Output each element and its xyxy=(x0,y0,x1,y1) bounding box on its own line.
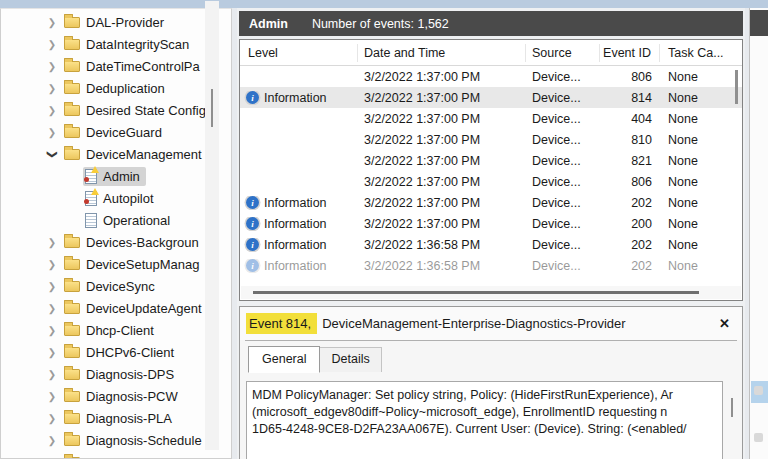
tab-general[interactable]: General xyxy=(248,346,320,373)
cell-source: Device... xyxy=(526,70,600,84)
log-plain-icon xyxy=(85,213,97,228)
event-table: LevelDate and TimeSourceEvent IDTask Ca.… xyxy=(239,39,743,301)
tree-item-deduplication[interactable]: ❯Deduplication xyxy=(1,77,207,99)
tree-item-devicesync[interactable]: ❯DeviceSync xyxy=(1,275,207,297)
chevron-collapsed-icon[interactable]: ❯ xyxy=(45,281,59,292)
window-top-strip xyxy=(0,0,768,8)
folder-icon xyxy=(64,61,80,72)
tree-item-diagnosis-pla[interactable]: ❯Diagnosis-PLA xyxy=(1,407,207,429)
chevron-collapsed-icon[interactable]: ❯ xyxy=(45,369,59,380)
cell-task-category: None xyxy=(660,70,742,84)
folder-icon xyxy=(64,17,80,28)
cell-level: iInformation xyxy=(240,238,358,252)
tree-item-dhcpv6-client[interactable]: ❯DHCPv6-Client xyxy=(1,341,207,363)
tab-details[interactable]: Details xyxy=(320,347,381,372)
description-line: 1D65-4248-9CE8-D2FA23AA067E). Current Us… xyxy=(252,421,720,438)
tree-item-operational[interactable]: Operational xyxy=(1,209,207,231)
actions-pane-sliver xyxy=(749,8,768,459)
tree-item-dataintegrityscan[interactable]: ❯DataIntegrityScan xyxy=(1,33,207,55)
information-icon: i xyxy=(246,91,259,104)
tree-item-devices-backgroun[interactable]: ❯Devices-Backgroun xyxy=(1,231,207,253)
tree-item-deviceupdateagent[interactable]: ❯DeviceUpdateAgent xyxy=(1,297,207,319)
chevron-collapsed-icon[interactable]: ❯ xyxy=(45,39,59,50)
folder-icon xyxy=(64,105,80,116)
table-horizontal-scrollbar[interactable] xyxy=(241,286,741,299)
tree-item-label: DeviceGuard xyxy=(86,125,162,140)
table-row[interactable]: 3/2/2022 1:37:00 PMDevice...810None xyxy=(240,129,742,150)
tree-item-content: DeviceManagement xyxy=(62,145,207,164)
tree-item-deviceguard[interactable]: ❯DeviceGuard xyxy=(1,121,207,143)
tree-item-diagnosis-schedule[interactable]: ❯Diagnosis-Schedule xyxy=(1,429,207,451)
tree-item-admin[interactable]: Admin xyxy=(1,165,207,187)
tree-item-devicesetupmanag[interactable]: ❯DeviceSetupManag xyxy=(1,253,207,275)
table-row[interactable]: 3/2/2022 1:37:00 PMDevice...806None xyxy=(240,171,742,192)
folder-icon xyxy=(64,281,80,292)
tree-item-datetimecontrolpa[interactable]: ❯DateTimeControlPa xyxy=(1,55,207,77)
tree-item-diagnosis-scripted[interactable]: ❯Diagnosis-Scripted xyxy=(1,451,207,459)
column-header-level[interactable]: Level xyxy=(240,44,358,62)
column-header-event-id[interactable]: Event ID xyxy=(600,44,660,62)
table-row[interactable]: 3/2/2022 1:37:00 PMDevice...806None xyxy=(240,66,742,87)
chevron-collapsed-icon[interactable]: ❯ xyxy=(45,347,59,358)
chevron-collapsed-icon[interactable]: ❯ xyxy=(45,17,59,28)
tree-item-autopilot[interactable]: Autopilot xyxy=(1,187,207,209)
table-row[interactable]: iInformation3/2/2022 1:37:00 PMDevice...… xyxy=(240,213,742,234)
level-label: Information xyxy=(264,91,327,105)
tree-item-dhcp-client[interactable]: ❯Dhcp-Client xyxy=(1,319,207,341)
chevron-expanded-icon[interactable]: ❯ xyxy=(47,147,58,161)
chevron-collapsed-icon[interactable]: ❯ xyxy=(45,237,59,248)
tree-item-label: Devices-Backgroun xyxy=(86,235,199,250)
tree-item-devicemanagement[interactable]: ❯DeviceManagement xyxy=(1,143,207,165)
cell-level: iInformation xyxy=(240,91,358,105)
description-line: MDM PolicyManager: Set policy string, Po… xyxy=(252,387,720,404)
table-vertical-scrollbar-thumb[interactable] xyxy=(735,70,738,104)
cell-source: Device... xyxy=(526,259,600,273)
chevron-collapsed-icon[interactable]: ❯ xyxy=(45,61,59,72)
tree-item-label: DAL-Provider xyxy=(86,15,164,30)
folder-icon xyxy=(64,391,80,402)
tree-item-diagnosis-dps[interactable]: ❯Diagnosis-DPS xyxy=(1,363,207,385)
tree-item-content: DeviceUpdateAgent xyxy=(62,299,207,318)
tree-item-dal-provider[interactable]: ❯DAL-Provider xyxy=(1,11,207,33)
cell-datetime: 3/2/2022 1:37:00 PM xyxy=(358,91,526,105)
table-row[interactable]: iInformation3/2/2022 1:36:58 PMDevice...… xyxy=(240,234,742,255)
chevron-collapsed-icon[interactable]: ❯ xyxy=(45,391,59,402)
close-icon[interactable]: ✕ xyxy=(717,316,732,331)
table-row[interactable]: 3/2/2022 1:37:00 PMDevice...404None xyxy=(240,108,742,129)
folder-icon xyxy=(64,83,80,94)
folder-icon xyxy=(64,259,80,270)
table-row[interactable]: iInformation3/2/2022 1:37:00 PMDevice...… xyxy=(240,87,742,108)
column-header-task-ca[interactable]: Task Ca... xyxy=(660,44,742,62)
cell-task-category: None xyxy=(660,154,742,168)
column-header-date-and-time[interactable]: Date and Time xyxy=(358,44,526,62)
table-row[interactable]: iInformation3/2/2022 1:37:00 PMDevice...… xyxy=(240,192,742,213)
chevron-collapsed-icon[interactable]: ❯ xyxy=(45,259,59,270)
tree-item-desired-state-config[interactable]: ❯Desired State Config xyxy=(1,99,207,121)
cell-task-category: None xyxy=(660,259,742,273)
tree-item-content: Operational xyxy=(83,211,176,230)
table-horizontal-scrollbar-thumb[interactable] xyxy=(253,291,699,294)
cell-level: iInformation xyxy=(240,196,358,210)
cell-event-id: 200 xyxy=(600,217,660,231)
cell-datetime: 3/2/2022 1:37:00 PM xyxy=(358,112,526,126)
chevron-collapsed-icon[interactable]: ❯ xyxy=(45,435,59,446)
chevron-collapsed-icon[interactable]: ❯ xyxy=(45,303,59,314)
chevron-collapsed-icon[interactable]: ❯ xyxy=(45,105,59,116)
chevron-collapsed-icon[interactable]: ❯ xyxy=(45,127,59,138)
chevron-collapsed-icon[interactable]: ❯ xyxy=(45,325,59,336)
cell-datetime: 3/2/2022 1:37:00 PM xyxy=(358,133,526,147)
event-description-text[interactable]: MDM PolicyManager: Set policy string, Po… xyxy=(246,381,723,459)
tree-item-diagnosis-pcw[interactable]: ❯Diagnosis-PCW xyxy=(1,385,207,407)
chevron-collapsed-icon[interactable]: ❯ xyxy=(45,413,59,424)
table-row[interactable]: 3/2/2022 1:37:00 PMDevice...821None xyxy=(240,150,742,171)
tree-scrollbar[interactable] xyxy=(205,1,219,450)
tree-scrollbar-thumb[interactable] xyxy=(211,89,213,127)
tree-item-content: Diagnosis-PLA xyxy=(62,409,178,428)
folder-icon xyxy=(64,369,80,380)
folder-icon xyxy=(64,237,80,248)
detail-scrollbar-thumb[interactable] xyxy=(731,398,733,417)
table-row[interactable]: iInformation3/2/2022 1:36:58 PMDevice...… xyxy=(240,255,742,276)
tree-item-content: DeviceSync xyxy=(62,277,161,296)
chevron-collapsed-icon[interactable]: ❯ xyxy=(45,83,59,94)
column-header-source[interactable]: Source xyxy=(526,44,600,62)
